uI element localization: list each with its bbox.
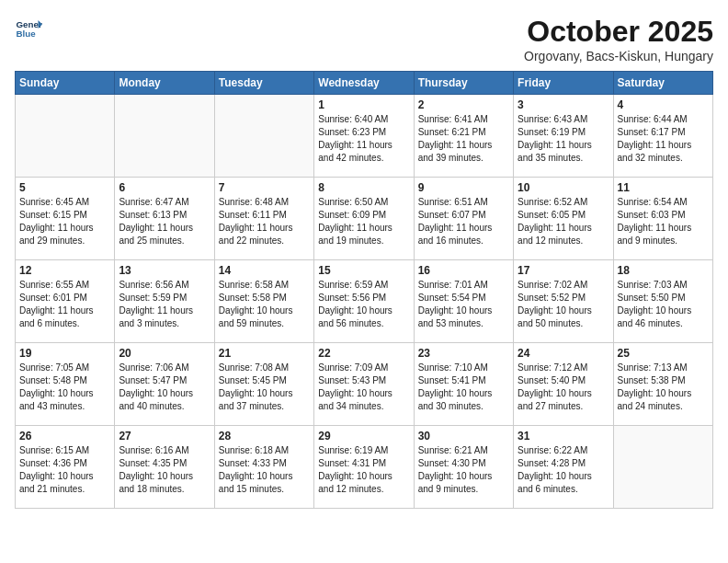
calendar-day-cell: 25Sunrise: 7:13 AM Sunset: 5:38 PM Dayli… <box>613 343 712 426</box>
calendar-day-cell: 24Sunrise: 7:12 AM Sunset: 5:40 PM Dayli… <box>514 343 613 426</box>
page-header: General Blue October 2025 Orgovany, Bacs… <box>15 15 713 63</box>
weekday-header-row: SundayMondayTuesdayWednesdayThursdayFrid… <box>16 72 713 95</box>
day-info: Sunrise: 7:10 AM Sunset: 5:41 PM Dayligh… <box>418 362 509 413</box>
calendar-day-cell: 12Sunrise: 6:55 AM Sunset: 6:01 PM Dayli… <box>16 260 115 343</box>
calendar-day-cell: 17Sunrise: 7:02 AM Sunset: 5:52 PM Dayli… <box>514 260 613 343</box>
day-info: Sunrise: 7:01 AM Sunset: 5:54 PM Dayligh… <box>418 279 509 330</box>
weekday-header-cell: Tuesday <box>214 72 313 95</box>
calendar-day-cell: 11Sunrise: 6:54 AM Sunset: 6:03 PM Dayli… <box>613 178 712 260</box>
calendar-day-cell: 2Sunrise: 6:41 AM Sunset: 6:21 PM Daylig… <box>414 95 513 178</box>
weekday-header-cell: Monday <box>115 72 214 95</box>
day-number: 25 <box>618 347 709 360</box>
day-number: 5 <box>19 181 110 194</box>
day-number: 23 <box>418 347 509 360</box>
day-info: Sunrise: 6:52 AM Sunset: 6:05 PM Dayligh… <box>518 196 609 247</box>
day-number: 11 <box>618 181 709 194</box>
calendar-day-cell: 10Sunrise: 6:52 AM Sunset: 6:05 PM Dayli… <box>514 178 613 260</box>
day-info: Sunrise: 6:47 AM Sunset: 6:13 PM Dayligh… <box>119 196 210 247</box>
day-info: Sunrise: 6:51 AM Sunset: 6:07 PM Dayligh… <box>418 196 509 247</box>
calendar-day-cell <box>115 95 214 178</box>
calendar-day-cell: 18Sunrise: 7:03 AM Sunset: 5:50 PM Dayli… <box>613 260 712 343</box>
calendar-week-row: 12Sunrise: 6:55 AM Sunset: 6:01 PM Dayli… <box>16 260 713 343</box>
day-number: 17 <box>518 264 609 277</box>
day-number: 28 <box>219 430 310 442</box>
day-info: Sunrise: 6:18 AM Sunset: 4:33 PM Dayligh… <box>219 444 310 496</box>
calendar-day-cell: 13Sunrise: 6:56 AM Sunset: 5:59 PM Dayli… <box>115 260 214 343</box>
logo-icon: General Blue <box>15 15 42 42</box>
calendar-day-cell <box>214 95 313 178</box>
calendar-table: SundayMondayTuesdayWednesdayThursdayFrid… <box>15 71 713 509</box>
day-info: Sunrise: 6:43 AM Sunset: 6:19 PM Dayligh… <box>518 113 609 165</box>
day-number: 3 <box>518 98 609 111</box>
day-info: Sunrise: 7:12 AM Sunset: 5:40 PM Dayligh… <box>518 362 609 413</box>
calendar-week-row: 19Sunrise: 7:05 AM Sunset: 5:48 PM Dayli… <box>16 343 713 426</box>
day-number: 16 <box>418 264 509 277</box>
calendar-day-cell: 29Sunrise: 6:19 AM Sunset: 4:31 PM Dayli… <box>314 426 414 509</box>
svg-text:Blue: Blue <box>17 29 37 39</box>
day-number: 2 <box>418 98 509 111</box>
day-number: 12 <box>19 264 110 277</box>
day-info: Sunrise: 6:54 AM Sunset: 6:03 PM Dayligh… <box>618 196 709 247</box>
day-number: 7 <box>219 181 310 194</box>
weekday-header-cell: Friday <box>514 72 613 95</box>
calendar-day-cell: 23Sunrise: 7:10 AM Sunset: 5:41 PM Dayli… <box>414 343 513 426</box>
weekday-header-cell: Wednesday <box>314 72 414 95</box>
calendar-day-cell: 20Sunrise: 7:06 AM Sunset: 5:47 PM Dayli… <box>115 343 214 426</box>
day-info: Sunrise: 6:56 AM Sunset: 5:59 PM Dayligh… <box>119 279 210 330</box>
calendar-day-cell: 26Sunrise: 6:15 AM Sunset: 4:36 PM Dayli… <box>16 426 115 509</box>
day-number: 14 <box>219 264 310 277</box>
calendar-day-cell: 4Sunrise: 6:44 AM Sunset: 6:17 PM Daylig… <box>613 95 712 178</box>
day-info: Sunrise: 6:50 AM Sunset: 6:09 PM Dayligh… <box>318 196 409 247</box>
day-info: Sunrise: 7:02 AM Sunset: 5:52 PM Dayligh… <box>518 279 609 330</box>
calendar-day-cell: 19Sunrise: 7:05 AM Sunset: 5:48 PM Dayli… <box>16 343 115 426</box>
calendar-week-row: 1Sunrise: 6:40 AM Sunset: 6:23 PM Daylig… <box>16 95 713 178</box>
day-number: 26 <box>19 430 110 442</box>
day-info: Sunrise: 6:55 AM Sunset: 6:01 PM Dayligh… <box>19 279 110 330</box>
calendar-day-cell: 22Sunrise: 7:09 AM Sunset: 5:43 PM Dayli… <box>314 343 414 426</box>
day-info: Sunrise: 6:45 AM Sunset: 6:15 PM Dayligh… <box>19 196 110 247</box>
month-title: October 2025 <box>524 15 713 49</box>
day-info: Sunrise: 6:16 AM Sunset: 4:35 PM Dayligh… <box>119 444 210 496</box>
day-number: 24 <box>518 347 609 360</box>
calendar-day-cell: 31Sunrise: 6:22 AM Sunset: 4:28 PM Dayli… <box>514 426 613 509</box>
day-info: Sunrise: 6:40 AM Sunset: 6:23 PM Dayligh… <box>318 113 409 165</box>
day-info: Sunrise: 6:22 AM Sunset: 4:28 PM Dayligh… <box>518 444 609 496</box>
weekday-header-cell: Thursday <box>414 72 513 95</box>
day-info: Sunrise: 6:58 AM Sunset: 5:58 PM Dayligh… <box>219 279 310 330</box>
day-number: 29 <box>318 430 409 442</box>
location: Orgovany, Bacs-Kiskun, Hungary <box>524 49 713 63</box>
day-number: 22 <box>318 347 409 360</box>
calendar-day-cell: 1Sunrise: 6:40 AM Sunset: 6:23 PM Daylig… <box>314 95 414 178</box>
day-info: Sunrise: 6:41 AM Sunset: 6:21 PM Dayligh… <box>418 113 509 165</box>
day-number: 6 <box>119 181 210 194</box>
calendar-week-row: 5Sunrise: 6:45 AM Sunset: 6:15 PM Daylig… <box>16 178 713 260</box>
day-number: 31 <box>518 430 609 442</box>
calendar-day-cell: 14Sunrise: 6:58 AM Sunset: 5:58 PM Dayli… <box>214 260 313 343</box>
day-number: 1 <box>318 98 409 111</box>
day-info: Sunrise: 6:21 AM Sunset: 4:30 PM Dayligh… <box>418 444 509 496</box>
day-number: 9 <box>418 181 509 194</box>
calendar-day-cell: 7Sunrise: 6:48 AM Sunset: 6:11 PM Daylig… <box>214 178 313 260</box>
calendar-week-row: 26Sunrise: 6:15 AM Sunset: 4:36 PM Dayli… <box>16 426 713 509</box>
calendar-day-cell: 5Sunrise: 6:45 AM Sunset: 6:15 PM Daylig… <box>16 178 115 260</box>
calendar-day-cell: 3Sunrise: 6:43 AM Sunset: 6:19 PM Daylig… <box>514 95 613 178</box>
day-info: Sunrise: 7:13 AM Sunset: 5:38 PM Dayligh… <box>618 362 709 413</box>
day-number: 27 <box>119 430 210 442</box>
calendar-day-cell: 16Sunrise: 7:01 AM Sunset: 5:54 PM Dayli… <box>414 260 513 343</box>
weekday-header-cell: Saturday <box>613 72 712 95</box>
day-info: Sunrise: 6:15 AM Sunset: 4:36 PM Dayligh… <box>19 444 110 496</box>
weekday-header-cell: Sunday <box>16 72 115 95</box>
day-info: Sunrise: 6:44 AM Sunset: 6:17 PM Dayligh… <box>618 113 709 165</box>
day-info: Sunrise: 7:05 AM Sunset: 5:48 PM Dayligh… <box>19 362 110 413</box>
day-info: Sunrise: 6:19 AM Sunset: 4:31 PM Dayligh… <box>318 444 409 496</box>
day-info: Sunrise: 7:03 AM Sunset: 5:50 PM Dayligh… <box>618 279 709 330</box>
day-info: Sunrise: 7:08 AM Sunset: 5:45 PM Dayligh… <box>219 362 310 413</box>
day-number: 15 <box>318 264 409 277</box>
day-info: Sunrise: 6:48 AM Sunset: 6:11 PM Dayligh… <box>219 196 310 247</box>
calendar-day-cell <box>16 95 115 178</box>
calendar-day-cell: 21Sunrise: 7:08 AM Sunset: 5:45 PM Dayli… <box>214 343 313 426</box>
day-info: Sunrise: 6:59 AM Sunset: 5:56 PM Dayligh… <box>318 279 409 330</box>
day-number: 20 <box>119 347 210 360</box>
day-info: Sunrise: 7:09 AM Sunset: 5:43 PM Dayligh… <box>318 362 409 413</box>
day-number: 8 <box>318 181 409 194</box>
